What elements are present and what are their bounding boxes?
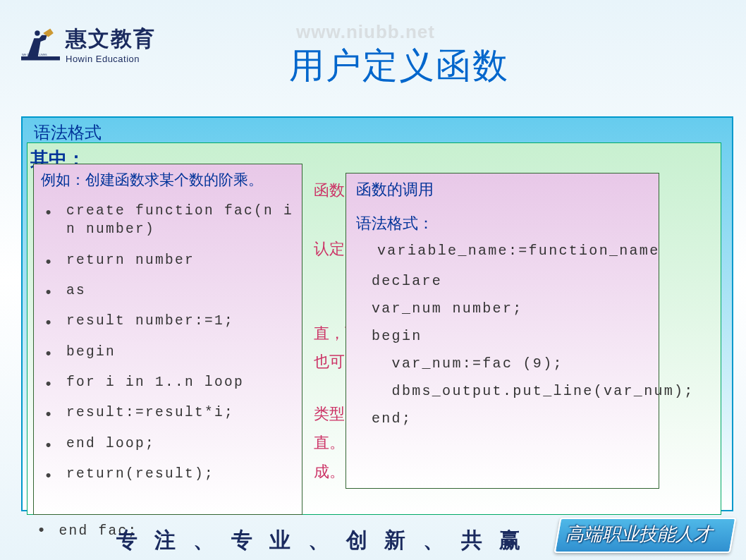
syntax-label-right: 语法格式： — [356, 213, 649, 234]
mid-text-2: 认定 — [314, 238, 345, 260]
footer-badge: 高端职业技能人才 — [557, 518, 733, 553]
svg-point-1 — [35, 30, 39, 35]
code-line: begin — [41, 343, 295, 361]
watermark-text: www.niubb.net — [296, 21, 435, 43]
mid-text-4: 类型 — [314, 403, 345, 425]
code-line: as — [41, 281, 295, 300]
code-right-block: declare var_num number; begin var_num:=f… — [356, 267, 649, 432]
logo-icon: WE CHANGE LIVES — [21, 25, 60, 64]
code-line: end loop; — [41, 434, 295, 453]
code-right-line1: variable_name:=function_name — [356, 237, 649, 264]
slide-title: 用户定义函数 — [289, 42, 509, 90]
code-list-left: create function fac(n in number)return n… — [41, 202, 295, 483]
footer-slogan: 专 注 、 专 业 、 创 新 、 共 赢 — [116, 526, 526, 555]
code-line: return number — [41, 251, 295, 269]
code-line: for i in 1..n loop — [41, 373, 295, 391]
logo-text-en: Howin Education — [66, 54, 156, 64]
code-line: result:=result*i; — [41, 403, 295, 422]
call-title: 函数的调用 — [356, 179, 649, 200]
svg-rect-0 — [21, 56, 60, 61]
mid-text-5: 直。 — [314, 432, 345, 454]
mid-text-1: 函数 — [314, 180, 345, 201]
code-line: create function fac(n in number) — [41, 202, 295, 239]
logo-text-cn: 惠文教育 — [66, 25, 156, 54]
logo-area: WE CHANGE LIVES 惠文教育 Howin Education — [21, 25, 156, 64]
label-syntax: 语法格式 — [34, 121, 102, 144]
right-code-box: 函数的调用 语法格式： variable_name:=function_name… — [346, 173, 659, 489]
svg-text:WE CHANGE LIVES: WE CHANGE LIVES — [22, 54, 47, 56]
left-code-box: 例如：创建函数求某个数的阶乘。 create function fac(n in… — [33, 164, 302, 515]
code-line: result number:=1; — [41, 312, 295, 330]
code-line: return(result); — [41, 465, 295, 483]
badge-text: 高端职业技能人才 — [565, 522, 712, 547]
example-title: 例如：创建函数求某个数的阶乘。 — [41, 170, 295, 190]
mid-text-6: 成。 — [314, 461, 345, 482]
